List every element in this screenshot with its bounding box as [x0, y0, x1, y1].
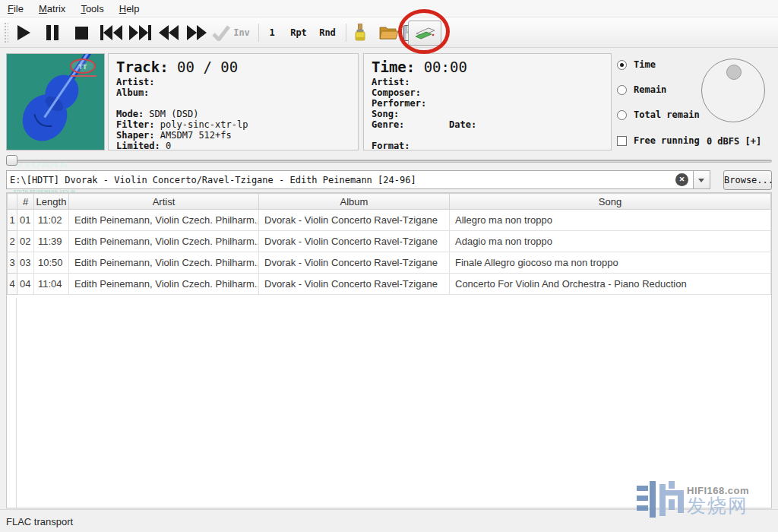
col-header-corner — [8, 194, 17, 210]
seek-slider[interactable] — [6, 154, 772, 166]
invert-button[interactable]: Inv — [229, 24, 254, 42]
playlist-row[interactable]: 10111:02Edith Peinemann, Violin Czech. P… — [8, 210, 771, 231]
cell-rownum: 2 — [8, 231, 17, 252]
time-composer: Composer: — [372, 87, 603, 98]
cell-rownum: 1 — [8, 210, 17, 231]
seek-slider-thumb[interactable] — [6, 155, 17, 166]
toolbar-separator — [258, 24, 259, 42]
cell-length: 11:02 — [34, 210, 69, 231]
clear-path-icon[interactable] — [675, 173, 688, 186]
time-artist: Artist: — [372, 77, 603, 87]
menu-tools[interactable]: Tools — [73, 1, 111, 17]
filter-field: Filter: poly-sinc-xtr-lp — [116, 119, 350, 130]
cd-tray-icon — [413, 26, 436, 41]
next-track-button[interactable] — [127, 24, 153, 42]
skip-forward-icon — [129, 25, 151, 40]
radio-remain-label: Remain — [634, 84, 666, 95]
svg-text:TT: TT — [79, 63, 87, 71]
cell-album: Dvorak - Violin Concerto Ravel-Tzigane — [259, 231, 450, 252]
previous-track-button[interactable] — [98, 24, 124, 42]
volume-dbfs-label: 0 dBFS [+] — [699, 136, 769, 147]
cell-rownum: 4 — [8, 274, 17, 295]
cell-album: Dvorak - Violin Concerto Ravel-Tzigane — [259, 252, 450, 274]
menu-bar: File Matrix Tools Help — [0, 0, 778, 17]
cell-song: Concerto For Violin And Orchestra - Pian… — [450, 274, 771, 295]
toolbar-grip-handle[interactable] — [4, 22, 8, 43]
cell-song: Finale Allegro giocoso ma non troppo — [450, 252, 771, 274]
checkbox-free-running[interactable]: Free running — [617, 135, 700, 146]
fast-forward-icon — [187, 25, 207, 40]
toolbar-separator — [346, 24, 346, 42]
time-performer: Performer: — [372, 98, 603, 109]
cell-num: 02 — [17, 231, 34, 252]
time-format: Format: — [372, 141, 603, 151]
status-text: FLAC transport — [6, 516, 73, 527]
radio-time[interactable]: Time — [617, 59, 656, 70]
time-genre-date: Genre:Date: — [372, 119, 603, 130]
track-counter: Track: 00 / 00 — [116, 59, 350, 75]
seek-slider-track[interactable] — [6, 160, 772, 163]
limited-field: Limited: 0 — [116, 141, 350, 151]
menu-help[interactable]: Help — [112, 1, 147, 17]
cell-length: 11:04 — [34, 274, 69, 295]
radio-remain-icon — [617, 85, 627, 95]
time-counter: Time: 00:00 — [372, 59, 603, 75]
playlist: # Length Artist Album Song 10111:02Edith… — [6, 192, 772, 508]
toolbar: Inv 1 Rpt Rnd — [0, 17, 778, 48]
path-combobox — [6, 170, 710, 189]
radio-total-remain-icon — [617, 110, 627, 120]
play-button[interactable] — [15, 24, 32, 42]
cell-album: Dvorak - Violin Concerto Ravel-Tzigane — [259, 210, 450, 231]
path-dropdown-button[interactable] — [693, 171, 710, 188]
radio-time-label: Time — [634, 59, 656, 70]
path-input[interactable] — [10, 173, 663, 187]
cell-artist: Edith Peinemann, Violin Czech. Philharm.… — [69, 252, 259, 274]
display-options: Time Remain Total remain Free running — [617, 53, 704, 152]
browse-button[interactable]: Browse... — [723, 170, 772, 190]
time-song: Song: — [372, 109, 603, 119]
volume-knob[interactable] — [701, 59, 765, 122]
col-header-artist[interactable]: Artist — [69, 194, 259, 210]
playlist-row[interactable]: 30310:50Edith Peinemann, Violin Czech. P… — [8, 252, 771, 274]
radio-remain[interactable]: Remain — [617, 84, 666, 95]
fast-forward-button[interactable] — [185, 24, 209, 42]
menu-file[interactable]: File — [0, 1, 31, 17]
col-header-song[interactable]: Song — [450, 194, 771, 210]
col-header-album[interactable]: Album — [259, 194, 450, 210]
radio-total-remain[interactable]: Total remain — [617, 109, 700, 120]
cell-length: 10:50 — [34, 252, 69, 274]
menu-matrix[interactable]: Matrix — [31, 1, 73, 17]
status-bar: FLAC transport — [0, 509, 778, 532]
cell-rownum: 3 — [8, 252, 17, 274]
album-art: TT DVORAK VIOLIN CONCERTO RAVEL-TZIGANE … — [6, 53, 105, 150]
time-info-panel: Time: 00:00 Artist: Composer: Performer:… — [363, 53, 612, 150]
check-icon — [211, 24, 231, 42]
shaper-field: Shaper: AMSDM7 512+fs — [116, 130, 350, 141]
playlist-row[interactable]: 40411:04Edith Peinemann, Violin Czech. P… — [8, 274, 771, 295]
skip-back-icon — [100, 25, 122, 40]
cell-artist: Edith Peinemann, Violin Czech. Philharm.… — [69, 274, 259, 295]
playlist-body: 10111:02Edith Peinemann, Violin Czech. P… — [8, 210, 771, 295]
playlist-row[interactable]: 20211:39Edith Peinemann, Violin Czech. P… — [8, 231, 771, 252]
cell-num: 01 — [17, 210, 34, 231]
pause-button[interactable] — [44, 24, 61, 42]
mode-field: Mode: SDM (DSD) — [116, 109, 350, 119]
radio-time-icon — [617, 60, 627, 70]
stop-button[interactable] — [73, 24, 90, 42]
clear-playlist-button[interactable] — [351, 24, 369, 42]
col-header-length[interactable]: Length — [34, 194, 69, 210]
cell-num: 04 — [17, 274, 34, 295]
open-folder-button[interactable] — [377, 24, 400, 42]
free-running-checkbox-icon — [617, 136, 627, 146]
col-header-num[interactable]: # — [17, 194, 34, 210]
cell-album: Dvorak - Violin Concerto Ravel-Tzigane — [259, 274, 450, 295]
volume-knob-indicator — [726, 65, 742, 80]
cell-artist: Edith Peinemann, Violin Czech. Philharm.… — [69, 210, 259, 231]
random-button[interactable]: Rnd — [315, 24, 340, 42]
repeat-button[interactable]: Rpt — [286, 24, 312, 42]
play-icon — [17, 25, 30, 40]
rewind-button[interactable] — [157, 24, 181, 42]
cell-artist: Edith Peinemann, Violin Czech. Philharm.… — [69, 231, 259, 252]
play-one-button[interactable]: 1 — [264, 24, 280, 42]
transport-cd-button[interactable] — [408, 21, 441, 46]
